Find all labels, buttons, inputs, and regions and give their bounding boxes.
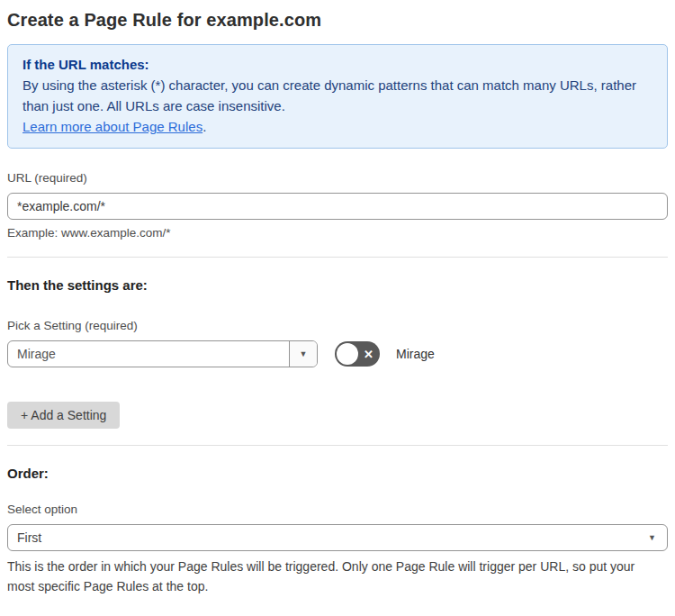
info-box-body: By using the asterisk (*) character, you… bbox=[22, 75, 652, 116]
info-box-link-line: Learn more about Page Rules. bbox=[22, 116, 652, 137]
setting-select[interactable]: Mirage ▼ bbox=[7, 340, 318, 367]
divider bbox=[7, 445, 668, 446]
divider bbox=[7, 257, 668, 258]
order-select-label: Select option bbox=[7, 503, 668, 516]
toggle-label: Mirage bbox=[396, 347, 435, 361]
setting-picker-label: Pick a Setting (required) bbox=[7, 319, 668, 332]
add-setting-wrap: + Add a Setting bbox=[7, 402, 668, 429]
url-input[interactable] bbox=[7, 193, 668, 220]
url-example-text: Example: www.example.com/* bbox=[7, 226, 668, 240]
settings-section-heading: Then the settings are: bbox=[7, 277, 668, 293]
order-select-value: First bbox=[8, 525, 648, 550]
info-box-heading: If the URL matches: bbox=[22, 54, 652, 75]
chevron-down-icon: ▼ bbox=[300, 350, 308, 358]
url-matches-info-box: If the URL matches: By using the asteris… bbox=[7, 44, 668, 149]
toggle-off-x-icon: ✕ bbox=[364, 349, 374, 360]
add-setting-button[interactable]: + Add a Setting bbox=[7, 402, 120, 429]
setting-row: Mirage ▼ ✕ Mirage bbox=[7, 340, 668, 367]
setting-select-arrow-button[interactable]: ▼ bbox=[289, 341, 317, 367]
mirage-toggle[interactable]: ✕ bbox=[335, 341, 380, 367]
url-field-label: URL (required) bbox=[7, 171, 668, 185]
order-help-text: This is the order in which your Page Rul… bbox=[7, 557, 655, 596]
order-select[interactable]: First ▼ bbox=[7, 524, 668, 551]
order-select-wrap: First ▼ bbox=[7, 524, 668, 551]
order-section-heading: Order: bbox=[7, 466, 668, 481]
setting-select-value: Mirage bbox=[8, 341, 289, 367]
link-suffix: . bbox=[202, 119, 206, 134]
chevron-down-icon: ▼ bbox=[648, 534, 656, 542]
learn-more-link[interactable]: Learn more about Page Rules bbox=[22, 119, 202, 134]
toggle-knob bbox=[337, 343, 358, 365]
page-title: Create a Page Rule for example.com bbox=[7, 10, 668, 31]
order-select-arrow-wrap: ▼ bbox=[648, 525, 667, 550]
